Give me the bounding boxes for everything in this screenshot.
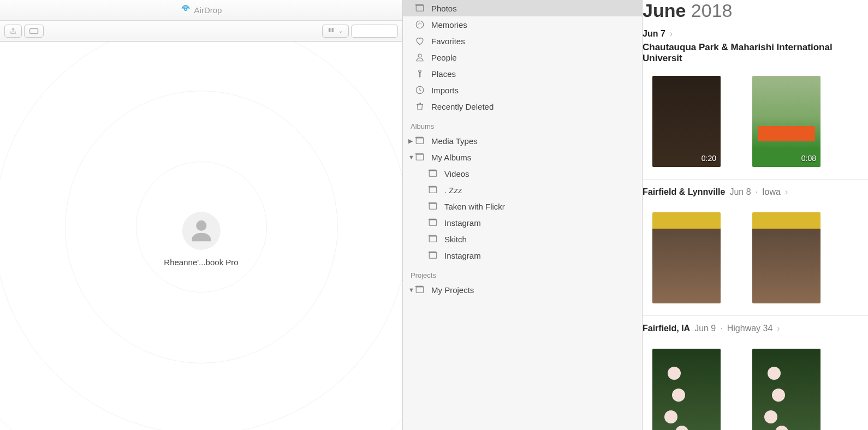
sidebar-album-item[interactable]: . Zzz bbox=[403, 182, 642, 198]
sidebar-item-label: My Albums bbox=[431, 153, 471, 162]
svg-rect-16 bbox=[429, 186, 437, 187]
airdrop-titlebar: AirDrop bbox=[0, 0, 402, 21]
share-button[interactable] bbox=[4, 25, 22, 38]
sidebar-item-label: Media Types bbox=[431, 136, 478, 146]
sidebar-album-item[interactable]: Instagram bbox=[403, 247, 642, 264]
search-input[interactable] bbox=[351, 25, 398, 38]
sidebar-item-photos[interactable]: Photos bbox=[403, 0, 642, 16]
svg-point-0 bbox=[184, 8, 187, 11]
thumbnail-row bbox=[643, 337, 868, 430]
svg-rect-7 bbox=[419, 72, 420, 77]
svg-rect-3 bbox=[416, 4, 424, 5]
svg-rect-12 bbox=[416, 153, 424, 154]
svg-rect-17 bbox=[429, 204, 437, 210]
album-icon bbox=[428, 185, 438, 195]
sidebar-item-label: Skitch bbox=[444, 235, 467, 244]
svg-rect-26 bbox=[416, 286, 424, 287]
sidebar-my-albums[interactable]: ▼ My Albums bbox=[403, 149, 642, 165]
svg-rect-18 bbox=[429, 202, 437, 204]
album-icon bbox=[428, 234, 438, 244]
sidebar-item-label: Videos bbox=[444, 169, 469, 178]
sidebar-item-label: Instagram bbox=[444, 218, 481, 228]
album-icon bbox=[428, 250, 438, 260]
sidebar-item-label: Places bbox=[431, 69, 456, 79]
svg-rect-11 bbox=[416, 154, 424, 160]
memories-icon bbox=[415, 20, 425, 29]
sidebar-item-label: Photos bbox=[431, 4, 457, 13]
video-duration-badge: 0:20 bbox=[701, 154, 716, 163]
sidebar-item-label: . Zzz bbox=[444, 186, 462, 195]
album-icon bbox=[428, 218, 438, 228]
album-icon bbox=[428, 201, 438, 211]
event-block: Fairfield, IA Jun 9·Highway 34› bbox=[643, 315, 868, 430]
sidebar-album-item[interactable]: Videos bbox=[403, 165, 642, 182]
svg-rect-19 bbox=[429, 220, 437, 226]
avatar bbox=[182, 212, 220, 250]
svg-rect-2 bbox=[416, 5, 424, 11]
airdrop-body: Rheanne'...book Pro bbox=[0, 41, 402, 430]
disclosure-down-icon[interactable]: ▼ bbox=[408, 154, 414, 160]
airdrop-icon bbox=[181, 4, 191, 16]
tags-button[interactable] bbox=[24, 25, 44, 38]
sidebar-media-types[interactable]: ▶ Media Types bbox=[403, 133, 642, 149]
svg-rect-20 bbox=[429, 219, 437, 220]
svg-point-4 bbox=[416, 21, 424, 28]
sidebar-my-projects[interactable]: ▼ My Projects bbox=[403, 282, 642, 298]
svg-point-5 bbox=[418, 54, 421, 57]
chevron-right-icon: › bbox=[777, 324, 780, 333]
photo-thumbnail[interactable]: 0:08 bbox=[752, 76, 821, 167]
sidebar-item-favorites[interactable]: Favorites bbox=[403, 33, 642, 49]
photo-thumbnail[interactable] bbox=[652, 212, 721, 303]
svg-rect-25 bbox=[416, 287, 424, 293]
event-date-row[interactable]: Jun 7› bbox=[643, 29, 868, 39]
airdrop-title-text: AirDrop bbox=[194, 5, 222, 15]
event-date-row[interactable]: Fairfield & Lynnville Jun 8·Iowa› bbox=[643, 187, 868, 197]
sidebar-album-item[interactable]: Taken with Flickr bbox=[403, 198, 642, 214]
airdrop-toolbar: ⌄ bbox=[0, 21, 402, 41]
dropbox-button[interactable]: ⌄ bbox=[322, 25, 349, 38]
trash-icon bbox=[415, 101, 425, 111]
photo-thumbnail[interactable] bbox=[752, 349, 821, 430]
svg-rect-22 bbox=[429, 235, 437, 236]
sidebar-item-imports[interactable]: Imports bbox=[403, 82, 642, 98]
projects-section-header: Projects bbox=[403, 264, 642, 282]
month-title: June 2018 bbox=[643, 0, 732, 21]
sidebar-item-label: Instagram bbox=[444, 251, 481, 260]
photo-thumbnail[interactable] bbox=[652, 349, 721, 430]
airdrop-window: AirDrop ⌄ Rheanne'...book Pro bbox=[0, 0, 403, 430]
sidebar-item-label: Recently Deleted bbox=[431, 102, 494, 111]
sidebar-item-recently-deleted[interactable]: Recently Deleted bbox=[403, 98, 642, 115]
sidebar-item-label: Imports bbox=[431, 86, 459, 95]
disclosure-right-icon[interactable]: ▶ bbox=[408, 138, 413, 145]
airdrop-nearby-user[interactable]: Rheanne'...book Pro bbox=[164, 212, 238, 267]
video-duration-badge: 0:08 bbox=[801, 154, 816, 163]
svg-rect-15 bbox=[429, 187, 437, 193]
thumbnail-row bbox=[643, 200, 868, 303]
sidebar-item-memories[interactable]: Memories bbox=[403, 16, 642, 33]
sidebar-item-label: Taken with Flickr bbox=[444, 202, 505, 211]
photos-content: June 2018 Jun 7›Chautauqua Park & Mahari… bbox=[643, 0, 868, 430]
photo-thumbnail[interactable] bbox=[752, 212, 821, 303]
svg-rect-9 bbox=[416, 138, 424, 144]
airdrop-user-label: Rheanne'...book Pro bbox=[164, 258, 238, 267]
clock-icon bbox=[415, 85, 425, 95]
svg-rect-13 bbox=[429, 171, 437, 177]
album-icon bbox=[415, 285, 425, 295]
sidebar-album-item[interactable]: Instagram bbox=[403, 214, 642, 231]
heart-icon bbox=[415, 36, 425, 46]
album-icon bbox=[428, 169, 438, 178]
svg-rect-14 bbox=[429, 170, 437, 171]
sidebar-item-label: Memories bbox=[431, 20, 467, 29]
sidebar-item-label: My Projects bbox=[431, 285, 474, 295]
svg-rect-23 bbox=[429, 253, 437, 259]
person-icon bbox=[415, 52, 425, 62]
airdrop-title: AirDrop bbox=[181, 4, 222, 16]
sidebar-album-item[interactable]: Skitch bbox=[403, 231, 642, 247]
sidebar-item-places[interactable]: Places bbox=[403, 65, 642, 82]
disclosure-down-icon[interactable]: ▼ bbox=[408, 286, 414, 293]
photo-thumbnail[interactable]: 0:20 bbox=[652, 76, 721, 167]
sidebar-item-people[interactable]: People bbox=[403, 49, 642, 65]
month-header: June 2018 bbox=[643, 0, 868, 29]
svg-rect-24 bbox=[429, 252, 437, 253]
event-date-row[interactable]: Fairfield, IA Jun 9·Highway 34› bbox=[643, 324, 868, 333]
